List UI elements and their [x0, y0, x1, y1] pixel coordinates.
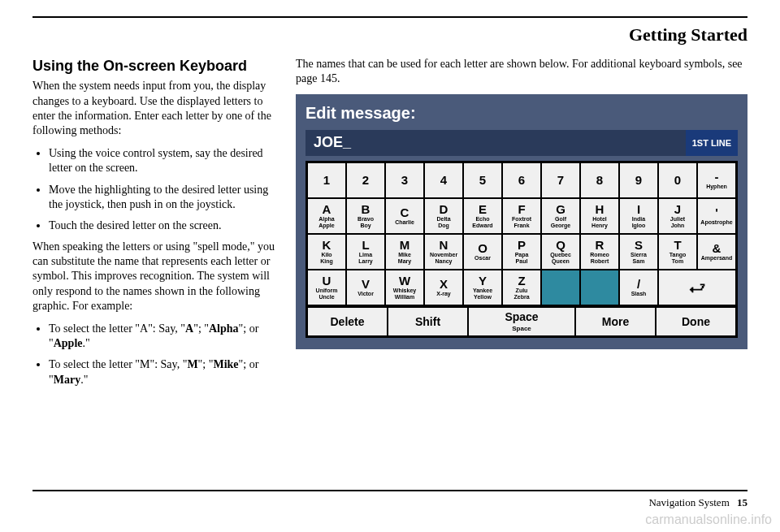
keyboard-key-6[interactable]: 6 [502, 162, 541, 198]
key-main: C [401, 206, 410, 218]
keyboard-key-z[interactable]: ZZuluZebra [502, 270, 541, 305]
key-sub: Mary [398, 258, 411, 264]
key-sub: Paul [516, 258, 528, 264]
footer: Navigation System 15 [648, 496, 748, 509]
right-intro: The names that can be used for each lett… [296, 57, 748, 86]
keyboard-key-q[interactable]: QQuebecQueen [541, 234, 580, 270]
keyboard-key-u[interactable]: UUniformUncle [307, 270, 346, 305]
keyboard-key-d[interactable]: DDeltaDog [424, 198, 463, 234]
keyboard-key-&[interactable]: &Ampersand [697, 234, 736, 270]
keyboard-key-b[interactable]: BBravoBoy [346, 198, 385, 234]
keyboard-key-2[interactable]: 2 [346, 162, 385, 198]
rule-bottom [32, 490, 748, 491]
keyboard-key-0[interactable]: 0 [658, 162, 697, 198]
keyboard-key-j[interactable]: JJulietJohn [658, 198, 697, 234]
button-label: Space [505, 309, 538, 324]
key-sub: Larry [358, 258, 373, 264]
key-sub: Sierra [630, 252, 647, 257]
right-column: The names that can be used for each lett… [296, 57, 748, 483]
key-main: & [713, 242, 722, 254]
keyboard-key-r[interactable]: RRomeoRobert [580, 234, 619, 270]
key-sub: Queen [552, 258, 570, 264]
method-item: Touch the desired letter on the screen. [49, 218, 276, 233]
keyboard-key-1[interactable]: 1 [307, 162, 346, 198]
keyboard-key-enter[interactable]: ⮐ [658, 270, 736, 305]
keyboard-key-4[interactable]: 4 [424, 162, 463, 198]
keyboard-key-/[interactable]: /Slash [619, 270, 658, 305]
rule-top [32, 16, 748, 18]
page-content: Using the On-screen Keyboard When the sy… [32, 57, 748, 483]
keyboard-key-v[interactable]: VVictor [346, 270, 385, 305]
key-sub: Echo [475, 216, 489, 222]
keyboard-key-8[interactable]: 8 [580, 162, 619, 198]
page-number: 15 [737, 496, 748, 508]
keyboard-key-i[interactable]: IIndiaIgloo [619, 198, 658, 234]
key-main: F [518, 203, 525, 215]
keyboard-key-5[interactable]: 5 [463, 162, 502, 198]
keyboard-done-button[interactable]: Done [656, 307, 736, 336]
key-sub: Tango [670, 252, 686, 257]
key-sub: Juliet [670, 216, 685, 222]
keyboard-key-9[interactable]: 9 [619, 162, 658, 198]
key-main: T [674, 239, 681, 251]
key-sub: Delta [436, 216, 450, 222]
key-sub: Apple [318, 223, 334, 228]
keyboard-more-button[interactable]: More [575, 307, 656, 336]
keyboard-key-g[interactable]: GGolfGeorge [541, 198, 580, 234]
key-sub: Sam [633, 258, 645, 264]
key-main: / [637, 278, 640, 290]
keyboard-key-n[interactable]: NNovemberNancy [424, 234, 463, 270]
key-main: D [440, 203, 448, 215]
key-main: Q [556, 239, 566, 251]
keyboard-title: Edit message: [306, 102, 738, 123]
keyboard-key-f[interactable]: FFoxtrotFrank [502, 198, 541, 234]
key-main: X [440, 278, 448, 290]
key-main: Y [479, 275, 487, 287]
key-sub: Igloo [632, 223, 646, 228]
example-a: To select the letter "A": Say, "A"; "Alp… [49, 322, 276, 351]
keyboard-bottom-row: DeleteShiftSpaceSpaceMoreDone [306, 307, 738, 338]
keyboard-key-x[interactable]: XX-ray [424, 270, 463, 305]
keyboard-key-m[interactable]: MMikeMary [385, 234, 424, 270]
keyboard-delete-button[interactable]: Delete [307, 307, 388, 336]
keyboard-key-y[interactable]: YYankeeYellow [463, 270, 502, 305]
keyboard-key-blank [580, 270, 619, 305]
keyboard-key-l[interactable]: LLimaLarry [346, 234, 385, 270]
key-main: E [479, 203, 487, 215]
key-sub: Edward [472, 223, 492, 228]
keyboard-input[interactable]: JOE_ [306, 130, 686, 155]
method-item: Move the highlighting to the desired let… [49, 183, 276, 212]
keyboard-key--[interactable]: -Hyphen [697, 162, 736, 198]
spell-intro: When speaking the letters or using "spel… [32, 240, 276, 314]
keyboard-key-w[interactable]: WWhiskeyWilliam [385, 270, 424, 305]
keyboard-key-'[interactable]: 'Apostrophe [697, 198, 736, 234]
button-label: Delete [330, 314, 364, 329]
keyboard-key-a[interactable]: AAlphaApple [307, 198, 346, 234]
keyboard-shift-button[interactable]: Shift [388, 307, 468, 336]
key-sub: Uniform [316, 288, 338, 293]
keyboard-key-c[interactable]: CCharlie [385, 198, 424, 234]
chapter-title: Getting Started [629, 24, 748, 45]
keyboard-key-o[interactable]: OOscar [463, 234, 502, 270]
keyboard-key-p[interactable]: PPapaPaul [502, 234, 541, 270]
keyboard-key-7[interactable]: 7 [541, 162, 580, 198]
key-sub: Golf [555, 216, 566, 222]
key-main: V [362, 278, 370, 290]
line-badge[interactable]: 1ST LINE [686, 130, 738, 155]
keyboard-key-3[interactable]: 3 [385, 162, 424, 198]
key-sub: Hyphen [706, 184, 727, 189]
keyboard-key-e[interactable]: EEchoEdward [463, 198, 502, 234]
keyboard-key-t[interactable]: TTangoTom [658, 234, 697, 270]
key-main: 0 [674, 174, 681, 186]
key-sub: Bravo [358, 216, 374, 222]
keyboard-key-s[interactable]: SSierraSam [619, 234, 658, 270]
example-m: To select the letter "M": Say, "M"; "Mik… [49, 357, 276, 387]
keyboard-space-button[interactable]: SpaceSpace [468, 307, 575, 336]
button-label: Done [682, 314, 710, 329]
key-sub: Romeo [590, 252, 609, 257]
keyboard-key-h[interactable]: HHotelHenry [580, 198, 619, 234]
keyboard-key-k[interactable]: KKiloKing [307, 234, 346, 270]
method-item: Using the voice control system, say the … [49, 146, 276, 175]
key-sub: Nancy [435, 258, 452, 264]
key-main: R [596, 239, 604, 251]
